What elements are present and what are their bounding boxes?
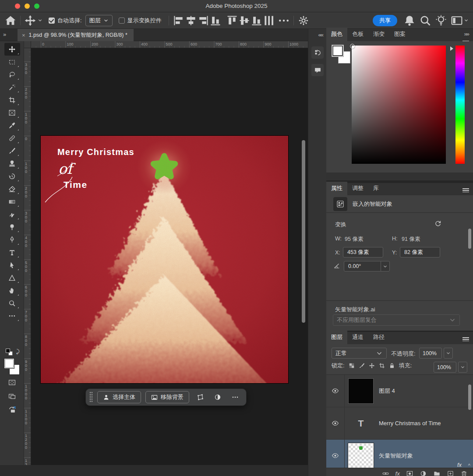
fx-collapse-chevron[interactable]: ^ bbox=[468, 463, 470, 468]
tab-color[interactable]: 颜色 bbox=[326, 28, 347, 41]
layers-panel-menu-icon[interactable] bbox=[462, 336, 469, 342]
more-align-options-button[interactable] bbox=[278, 15, 290, 26]
search-icon[interactable] bbox=[419, 15, 431, 26]
taskbar-more-button[interactable] bbox=[229, 391, 242, 403]
reset-transform-icon[interactable] bbox=[434, 220, 441, 227]
toolbar-collapse-chevrons[interactable]: » bbox=[3, 31, 5, 38]
ai-generate-button[interactable] bbox=[4, 403, 20, 416]
zoom-tool[interactable] bbox=[4, 297, 20, 310]
layer-thumbnail[interactable] bbox=[348, 378, 374, 404]
layer-visibility-eye-icon[interactable] bbox=[326, 375, 345, 407]
notifications-bell-icon[interactable] bbox=[403, 15, 416, 26]
move-tool-chevron-icon[interactable] bbox=[36, 15, 43, 26]
rotation-input[interactable]: 0.00° bbox=[344, 261, 390, 271]
align-center-h-button[interactable] bbox=[185, 15, 197, 26]
tab-paths[interactable]: 路径 bbox=[368, 331, 389, 344]
document-tab[interactable]: × 1.psd @ 98.9% (矢量智能对象, RGB/8) * bbox=[18, 29, 134, 41]
lock-artboard-icon[interactable] bbox=[379, 363, 385, 369]
select-subject-button[interactable]: 选择主体 bbox=[97, 391, 141, 403]
add-mask-icon[interactable] bbox=[406, 470, 413, 476]
crop-tool[interactable] bbox=[4, 94, 20, 106]
document-artwork[interactable]: Merry Christmas of Time bbox=[41, 136, 288, 383]
align-bottom-button[interactable] bbox=[209, 15, 222, 26]
properties-scrollbar[interactable] bbox=[468, 229, 471, 249]
close-tab-icon[interactable]: × bbox=[22, 32, 25, 39]
type-tool[interactable] bbox=[4, 246, 20, 259]
layer-row[interactable]: TMerry Christmas of Time bbox=[326, 407, 473, 440]
lock-all-icon[interactable] bbox=[389, 363, 395, 369]
pen-tool[interactable] bbox=[4, 233, 20, 246]
workspace-switcher-icon[interactable] bbox=[451, 15, 463, 26]
layer-name[interactable]: Merry Christmas of Time bbox=[379, 420, 441, 427]
swap-colors-icon[interactable]: ⤸ bbox=[16, 348, 20, 355]
tab-gradients[interactable]: 渐变 bbox=[368, 28, 389, 41]
taskbar-drag-handle[interactable] bbox=[89, 391, 93, 403]
opacity-input[interactable]: 100% bbox=[419, 348, 442, 359]
tab-adjustments[interactable]: 调整 bbox=[347, 182, 368, 195]
properties-panel-menu-icon[interactable] bbox=[462, 187, 469, 194]
tab-libraries[interactable]: 库 bbox=[368, 182, 384, 195]
foreground-color-swatch[interactable] bbox=[4, 358, 14, 369]
blend-mode-dropdown[interactable]: 正常 bbox=[332, 348, 387, 359]
layer-effects-icon[interactable]: fx bbox=[395, 470, 400, 476]
eraser-tool[interactable] bbox=[4, 183, 20, 195]
layer-thumbnail[interactable] bbox=[348, 443, 374, 468]
layers-scrollbar[interactable] bbox=[468, 384, 471, 410]
color-field-cursor[interactable] bbox=[350, 44, 355, 49]
lock-position-icon[interactable] bbox=[369, 363, 375, 369]
gradient-tool[interactable] bbox=[4, 195, 20, 208]
show-transform-checkbox[interactable] bbox=[119, 18, 125, 24]
tab-properties[interactable]: 属性 bbox=[326, 182, 347, 195]
delete-layer-icon[interactable] bbox=[460, 470, 468, 476]
brush-tool[interactable] bbox=[4, 145, 20, 157]
tab-channels[interactable]: 通道 bbox=[347, 331, 368, 344]
lock-pixels-icon[interactable] bbox=[359, 363, 365, 369]
new-group-icon[interactable] bbox=[433, 470, 441, 476]
opacity-chevron[interactable] bbox=[444, 348, 453, 359]
path-selection-tool[interactable] bbox=[4, 259, 20, 271]
discover-lightbulb-icon[interactable] bbox=[435, 15, 447, 26]
hand-tool[interactable] bbox=[4, 284, 20, 297]
hue-slider[interactable] bbox=[455, 46, 465, 164]
adjustment-layer-icon[interactable] bbox=[419, 470, 427, 476]
tab-layers[interactable]: 图层 bbox=[326, 331, 347, 344]
canvas-vertical-scrollbar[interactable] bbox=[302, 140, 305, 323]
layer-row[interactable]: 图层 4 bbox=[326, 375, 473, 407]
saturation-brightness-field[interactable] bbox=[352, 46, 446, 164]
lock-transparency-icon[interactable] bbox=[349, 363, 355, 369]
healing-brush-tool[interactable] bbox=[4, 132, 20, 145]
shape-tool[interactable] bbox=[4, 271, 20, 284]
auto-select-checkbox[interactable] bbox=[49, 18, 55, 24]
tab-swatches[interactable]: 色板 bbox=[347, 28, 368, 41]
distribute-button[interactable] bbox=[263, 15, 275, 26]
home-button[interactable] bbox=[4, 15, 17, 26]
quick-mask-button[interactable] bbox=[4, 376, 20, 388]
screen-mode-button[interactable] bbox=[4, 390, 20, 402]
object-selection-tool[interactable] bbox=[4, 81, 20, 94]
x-input[interactable]: 453 像素 bbox=[343, 247, 383, 257]
default-fg-swatch[interactable] bbox=[6, 349, 10, 353]
tab-patterns[interactable]: 图案 bbox=[389, 28, 410, 41]
new-layer-icon[interactable] bbox=[446, 470, 454, 476]
layer-fx-badge[interactable]: fx bbox=[457, 462, 462, 468]
fill-chevron[interactable] bbox=[458, 362, 467, 373]
workspace-chevron-icon[interactable] bbox=[463, 15, 469, 26]
align-top-button[interactable] bbox=[226, 15, 238, 26]
fill-input[interactable]: 100% bbox=[434, 362, 456, 373]
marquee-tool[interactable] bbox=[4, 56, 20, 68]
link-layers-icon[interactable] bbox=[381, 470, 389, 476]
edit-toolbar[interactable] bbox=[4, 310, 20, 322]
frame-tool[interactable] bbox=[4, 106, 20, 119]
move-tool[interactable] bbox=[4, 43, 20, 56]
comments-panel-icon[interactable] bbox=[311, 64, 324, 76]
align-bottom2-button[interactable] bbox=[251, 15, 263, 26]
foreground-background-swatches[interactable] bbox=[4, 358, 21, 375]
layer-name[interactable]: 矢量智能对象 bbox=[379, 452, 413, 460]
default-colors-widget[interactable]: ⤸ bbox=[5, 348, 20, 357]
align-right-button[interactable] bbox=[197, 15, 209, 26]
transform-button[interactable] bbox=[194, 391, 207, 403]
align-middle-button[interactable] bbox=[238, 15, 251, 26]
hue-slider-pointer[interactable] bbox=[450, 46, 453, 51]
panel-collapse-chevrons[interactable]: «« bbox=[318, 32, 323, 38]
adjustments-button[interactable] bbox=[211, 391, 224, 403]
